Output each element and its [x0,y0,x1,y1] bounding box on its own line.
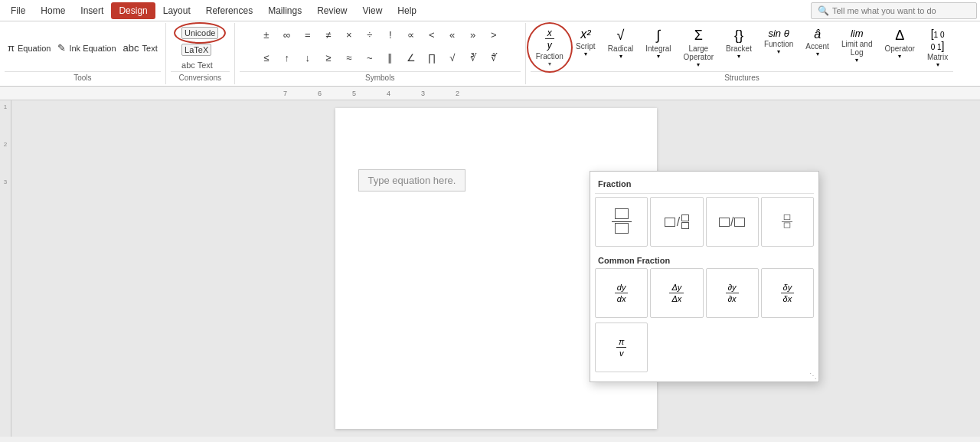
skewed-fraction-cell[interactable]: / [650,197,703,247]
menu-layout[interactable]: Layout [155,2,198,19]
menu-insert[interactable]: Insert [73,2,111,19]
menu-mailings[interactable]: Mailings [260,2,309,19]
menu-home[interactable]: Home [33,2,73,19]
sym-sqrt[interactable]: √ [443,48,462,68]
dy-num: dy [615,283,629,293]
equation-button[interactable]: π Equation [5,41,54,55]
menu-review[interactable]: Review [309,2,354,19]
radical-icon: √ [617,28,625,44]
delta2-y-num: δy [781,283,795,293]
sym-dlt[interactable]: « [443,25,462,44]
function-arrow: ▾ [777,48,780,55]
ruler-mark-6: 6 [318,90,322,97]
small-fraction-cell[interactable] [761,197,814,247]
stacked-fraction-cell[interactable] [595,197,648,247]
operator-icon: Δ [895,28,904,44]
fraction-dropdown-arrow: ▾ [548,61,551,67]
search-input[interactable] [832,6,970,15]
integral-button[interactable]: ∫ Integral ▾ [640,25,676,63]
equation-placeholder[interactable]: Type equation here. [358,169,466,192]
menu-view[interactable]: View [355,2,390,19]
pi-v-cell[interactable]: π v [595,322,648,372]
bracket-button[interactable]: {} Bracket ▾ [720,25,757,63]
sym-gt[interactable]: > [484,25,504,44]
sym-not-equals[interactable]: ≠ [318,25,338,44]
limit-log-button[interactable]: lim Limit andLog ▾ [836,25,878,67]
search-bar[interactable]: 🔍 [811,2,977,19]
sym-prop[interactable]: ∝ [401,25,421,44]
accent-label: Accent [805,42,829,51]
sym-geq[interactable]: ≥ [318,48,338,68]
bracket-icon: {} [734,28,743,44]
fraction-button[interactable]: x y Fraction ▾ [531,25,569,70]
pi-den: v [617,348,626,358]
equation-icon: π [8,42,15,54]
sym-times[interactable]: × [339,25,359,44]
convert-button[interactable]: Unicode [178,25,221,41]
sym-exclaim[interactable]: ! [381,25,400,44]
sym-equals[interactable]: = [298,25,318,44]
text-icon: abc [123,42,139,54]
partial-y-den: ∂x [726,293,739,303]
sym-tilde[interactable]: ~ [360,48,380,68]
main-content: 1 2 3 Type equation here. Fraction [0,100,980,437]
sym-lt[interactable]: < [422,25,442,44]
limit-log-arrow: ▾ [855,57,858,64]
symbols-row-1: ± ∞ = ≠ × ÷ ! ∝ < « » > [256,25,504,48]
menu-file[interactable]: File [3,2,33,19]
sym-dgt[interactable]: » [463,25,483,44]
radical-button[interactable]: √ Radical ▾ [603,25,639,63]
sym-downarrow[interactable]: ↓ [298,48,318,68]
tools-label: Tools [5,71,161,83]
partial-y-x-display: ∂y ∂x [726,283,739,303]
sym-frt[interactable]: ∜ [484,48,504,68]
menu-design[interactable]: Design [111,2,155,19]
sym-divide[interactable]: ÷ [360,25,380,44]
limit-log-icon: lim [851,28,864,39]
resize-handle[interactable]: ⋱ [809,372,817,380]
convert-text: abc Text [181,61,213,70]
menu-references[interactable]: References [198,2,260,19]
delta-y-x-cell[interactable]: Δy Δx [650,268,703,318]
convert-label-button[interactable]: abc Text [178,59,221,71]
unicode-icon: Unicode [181,27,218,39]
script-icon: x² [580,28,590,41]
structures-label: Structures [531,71,953,83]
ruler-mark-7: 7 [283,90,287,97]
conversions-label: Conversions [171,71,230,83]
matrix-button[interactable]: [1 00 1] Matrix ▾ [922,25,953,71]
large-operator-button[interactable]: Σ LargeOperator ▾ [678,25,719,71]
fraction-icon: x y [545,28,554,51]
accent-button[interactable]: â Accent ▾ [800,25,835,61]
linear-fraction-cell[interactable]: / [706,197,759,247]
script-button[interactable]: x² Script ▾ [570,25,601,61]
latex-button[interactable]: LaTeX [178,42,221,57]
linear-frac-display: / [719,215,745,229]
ink-equation-button[interactable]: ✎ Ink Equation [54,41,119,55]
menu-help[interactable]: Help [390,2,424,19]
function-button[interactable]: sin θ Function ▾ [759,25,799,58]
skewed-slash: / [677,215,680,229]
sym-leq[interactable]: ≤ [256,48,276,68]
matrix-icon: [1 00 1] [931,28,945,52]
operator-button[interactable]: Δ Operator ▾ [879,25,920,63]
ruler: 7 6 5 4 3 2 [0,87,980,100]
delta2-y-x-cell[interactable]: δy δx [761,268,814,318]
text-button[interactable]: abc Text [120,41,161,55]
sym-approx[interactable]: ≈ [339,48,359,68]
sym-uparrow[interactable]: ↑ [277,48,297,68]
function-label: Function [764,40,793,48]
symbols-label: Symbols [240,71,521,83]
sym-prod[interactable]: ∏ [422,48,442,68]
dy-den: dx [615,293,629,303]
dy-dx-cell[interactable]: dy dx [595,268,648,318]
sym-angle[interactable]: ∠ [401,48,421,68]
sym-cbrt[interactable]: ∛ [463,48,483,68]
sym-parallel[interactable]: ∥ [381,48,400,68]
delta2-y-den: δx [781,293,795,303]
sym-infinity[interactable]: ∞ [277,25,297,44]
sym-plus-minus[interactable]: ± [256,25,276,44]
symbols-container: ± ∞ = ≠ × ÷ ! ∝ < « » > ≤ ↑ ↓ ≥ [256,25,504,71]
partial-y-x-cell[interactable]: ∂y ∂x [706,268,759,318]
structures-buttons: x y Fraction ▾ x² Script ▾ √ Radical ▾ [531,25,953,71]
